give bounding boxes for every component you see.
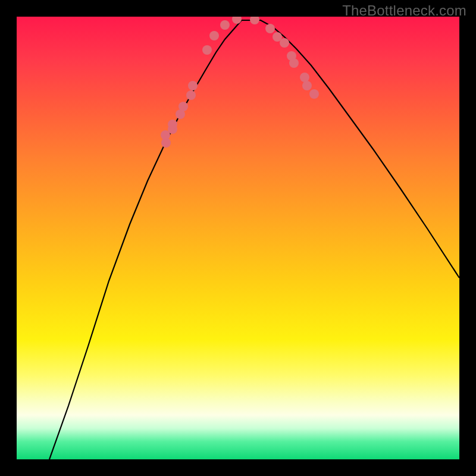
- marker-dot: [265, 24, 275, 33]
- chart-frame: TheBottleneck.com: [0, 0, 476, 476]
- plot-area: [17, 17, 459, 459]
- marker-dot: [202, 45, 212, 55]
- marker-dot: [168, 120, 177, 129]
- marker-dot: [188, 81, 198, 90]
- marker-dot: [220, 20, 230, 30]
- bottleneck-curve: [17, 17, 459, 459]
- watermark-text: TheBottleneck.com: [342, 2, 466, 19]
- marker-dot: [302, 81, 312, 90]
- marker-dot: [186, 90, 196, 100]
- marker-dot: [309, 89, 319, 99]
- marker-dot: [209, 31, 219, 40]
- marker-dot: [178, 102, 188, 111]
- marker-dot: [289, 58, 299, 68]
- curve-path: [49, 20, 459, 459]
- marker-dot: [280, 38, 289, 48]
